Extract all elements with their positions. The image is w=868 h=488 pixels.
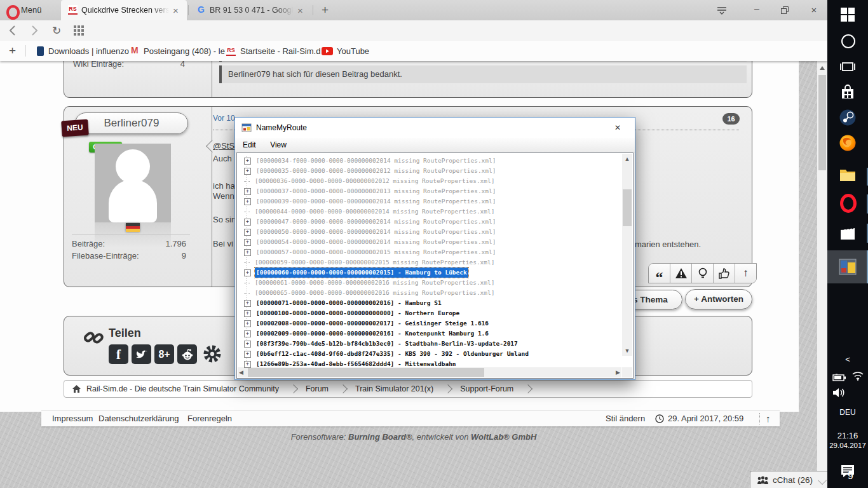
breadcrumb-item-ts[interactable]: Train Simulator 201(x) [355,384,433,393]
restore-button[interactable] [780,6,789,17]
share-settings-gear-icon[interactable] [201,343,223,367]
tab-inactive[interactable]: G BR 91 53 0 471 - Google-S × [191,0,313,20]
avatar[interactable] [95,144,171,222]
clock-time[interactable]: 21:16 [827,431,868,440]
reddit-icon[interactable] [177,344,197,364]
tree-row-label[interactable]: [00000059-0000-0000-0000-000000002015 mi… [254,257,496,268]
helpful-button[interactable] [691,264,713,283]
tree-row[interactable]: +[00000039-0000-0000-0000-000000002014 m… [244,196,628,207]
opera-menu-button[interactable]: Menü [21,5,42,15]
tree-row-label[interactable]: [00000035-0000-0000-0000-000000002012 mi… [255,166,498,176]
dialog-title-bar[interactable]: NameMyRoute ✕ [235,118,635,138]
expand-plus-icon[interactable]: + [244,320,251,327]
task-view-icon[interactable] [840,60,855,76]
post-time-link[interactable]: Vor 10 [213,114,235,123]
scroll-left-icon[interactable]: ◀ [239,367,243,377]
expand-plus-icon[interactable]: + [244,249,251,256]
expand-plus-icon[interactable]: + [244,330,251,337]
footer-link-datenschutz[interactable]: Datenschutzerklärung [98,414,179,423]
dialog-close-icon[interactable]: ✕ [614,123,621,132]
tree-row-label[interactable]: [00000057-0000-0000-0000-000000002015 mi… [255,247,498,257]
tree-row[interactable]: +[00000057-0000-0000-0000-000000002015 m… [244,247,628,257]
breadcrumb-item-support[interactable]: Support-Forum [460,384,513,393]
file-explorer-icon[interactable] [839,168,856,184]
wifi-icon[interactable] [851,371,864,383]
tree-row-label[interactable]: [08f3f39e-790b-4de5-b12b-bf84cb1b3ec0] -… [255,339,519,349]
volume-icon[interactable] [832,388,846,400]
route-tree[interactable]: +[00000034-f000-0000-0000-000000002014 m… [238,154,628,369]
start-button[interactable] [841,8,855,24]
tab-close-icon[interactable]: × [173,5,179,16]
style-change-link[interactable]: Stil ändern [606,414,645,423]
tree-row-label[interactable]: [00000100-0000-0000-0000-000000000000] -… [255,308,461,318]
menu-view[interactable]: View [264,138,292,152]
page-scrollbar[interactable] [817,61,827,488]
tree-row-label[interactable]: [00000071-0000-0000-0000-000000002016] -… [255,298,443,308]
tree-row[interactable]: +[00000035-0000-0000-0000-000000002012 m… [244,166,628,176]
expand-plus-icon[interactable]: + [244,229,251,236]
facebook-icon[interactable]: f [109,344,128,364]
expand-plus-icon[interactable]: + [244,300,251,307]
expand-plus-icon[interactable]: + [244,341,251,348]
scroll-down-icon[interactable]: ▼ [622,346,632,356]
close-button[interactable]: × [803,4,825,15]
tree-row-label[interactable]: [00000044-0000-0000-0000-000000002014 mi… [254,207,496,217]
bookmark-gmail[interactable]: Posteingang (408) - le [144,46,225,56]
chat-bar[interactable]: cChat (26) [750,471,828,488]
expand-plus-icon[interactable]: + [244,239,251,246]
footer-link-impressum[interactable]: Impressum [52,414,93,423]
tree-row[interactable]: +[00000037-0000-0000-0000-000000002013 m… [244,186,628,196]
windows-store-icon[interactable] [840,84,855,103]
like-button[interactable] [713,264,735,283]
tree-row-label[interactable]: [00000050-0000-0000-0000-000000002014 mi… [255,227,498,237]
footer-link-forenregeln[interactable]: Forenregeln [187,414,232,423]
expand-plus-icon[interactable]: + [244,168,251,175]
opera-menu-icon[interactable] [6,5,20,20]
expand-plus-icon[interactable]: + [244,351,251,358]
tree-row-label[interactable]: [00000039-0000-0000-0000-000000002014 mi… [255,196,498,207]
hscroll-thumb[interactable] [248,368,484,377]
tree-row-label[interactable]: [00000065-0000-0000-0000-000000002016 mi… [254,288,496,298]
cortana-icon[interactable] [841,34,855,48]
bookmark-downloads[interactable]: Downloads | influenzo [48,46,129,56]
reload-icon[interactable]: ↻ [52,24,61,37]
add-bookmark-icon[interactable]: + [9,44,16,58]
scroll-up-icon[interactable] [820,66,825,70]
back-icon[interactable] [6,24,20,40]
tree-vscrollbar[interactable]: ▲ ▼ [622,154,632,356]
tree-row-label[interactable]: [00000054-0000-0000-0000-000000002014 mi… [255,237,498,247]
tab-close-icon[interactable]: × [297,5,303,16]
expand-plus-icon[interactable]: + [244,361,251,368]
post-number-badge[interactable]: 16 [722,113,740,125]
author-name[interactable]: Berliner079 [75,112,188,134]
tree-row[interactable]: +[08f3f39e-790b-4de5-b12b-bf84cb1b3ec0] … [244,339,628,349]
movies-app-icon[interactable] [839,224,856,243]
expand-plus-icon[interactable]: + [244,188,251,195]
breadcrumb-item-home[interactable]: Rail-Sim.de - Die deutsche Train Simulat… [86,384,279,393]
tree-row[interactable]: +[00000047-0000-0000-0000-000000002014 m… [244,217,628,227]
reply-button[interactable]: + Antworten [685,289,752,309]
googleplus-icon[interactable]: 8+ [154,344,174,364]
quote-button[interactable]: “ [649,264,670,283]
twitter-icon[interactable] [132,344,151,364]
resize-grip[interactable] [622,367,632,377]
menu-edit[interactable]: Edit [237,138,262,152]
tree-row-label[interactable]: [00000034-f000-0000-0000-000000002014 mi… [255,156,498,166]
firefox-icon[interactable] [839,135,856,154]
tree-row[interactable]: [00000036-0000-0000-0000-000000002012 mi… [244,176,628,186]
tree-row-label[interactable]: [00000036-0000-0000-0000-000000002012 mi… [254,176,496,186]
tree-row-label[interactable]: [00000037-0000-0000-0000-000000002013 mi… [255,186,498,196]
tree-row-label[interactable]: [00000061-0000-0000-0000-000000002016 mi… [254,278,496,288]
tree-row[interactable]: [00000061-0000-0000-0000-000000002016 mi… [244,278,628,288]
tree-row-label[interactable]: [00000047-0000-0000-0000-000000002014 mi… [255,217,498,227]
page-scrollbar-thumb[interactable] [818,75,826,170]
expand-plus-icon[interactable]: + [244,158,251,165]
minimize-button[interactable]: – [746,3,768,13]
tree-row[interactable]: +[00000071-0000-0000-0000-000000002016] … [244,298,628,308]
tree-row[interactable]: +[00000034-f000-0000-0000-000000002014 m… [244,156,628,166]
expand-plus-icon[interactable]: + [244,219,251,226]
breadcrumb-item-forum[interactable]: Forum [306,384,329,393]
tree-row[interactable]: +[00000100-0000-0000-0000-000000000000] … [244,308,628,318]
tree-row-label[interactable]: [0b6eff12-c1ac-408d-9f60-dbd8f247e335] -… [255,349,530,359]
tree-row[interactable]: +[0b6eff12-c1ac-408d-9f60-dbd8f247e335] … [244,349,628,359]
